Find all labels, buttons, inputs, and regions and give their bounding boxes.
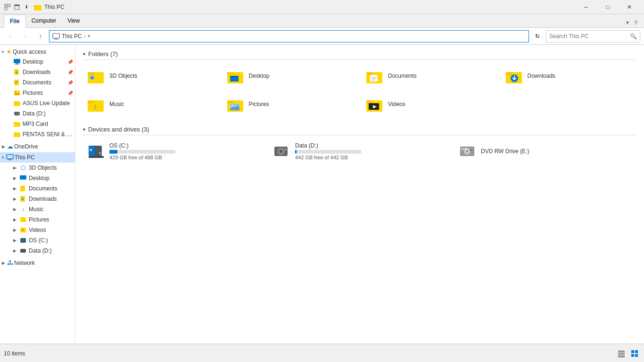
dl-pc-chevron[interactable]: ▶ bbox=[13, 197, 17, 201]
downloads-pc-label: Downloads bbox=[29, 196, 57, 202]
svg-rect-9 bbox=[54, 39, 58, 40]
desktop-pc-chevron[interactable]: ▶ bbox=[13, 176, 17, 181]
path-dropdown-chevron[interactable]: ▾ bbox=[88, 33, 91, 39]
sidebar: ▾ ★ Quick access Desktop 📌 Downloads 📌 D… bbox=[0, 45, 75, 344]
tab-file[interactable]: File bbox=[4, 15, 26, 28]
pictures-icon bbox=[13, 89, 21, 97]
folder-item-music[interactable]: ♪ Music bbox=[83, 92, 219, 116]
downloads-icon bbox=[13, 68, 21, 76]
sidebar-item-desktop-qa[interactable]: Desktop 📌 bbox=[0, 57, 75, 67]
datad-label: Data (D:) bbox=[23, 110, 46, 117]
folder-item-downloads[interactable]: Downloads bbox=[501, 64, 637, 88]
3dobjects-chevron[interactable]: ▶ bbox=[13, 165, 17, 170]
sidebar-item-pictures-qa[interactable]: Pictures 📌 bbox=[0, 88, 75, 98]
svg-rect-41 bbox=[88, 72, 94, 75]
title-bar: ⬇ This PC ─ □ ✕ bbox=[0, 0, 644, 14]
sidebar-item-videos-pc[interactable]: ▶ Videos bbox=[0, 225, 75, 235]
drive-icon-dvd: DVD bbox=[458, 142, 477, 161]
sidebar-item-mp3card[interactable]: MP3 Card bbox=[0, 119, 75, 129]
drive-item-osc[interactable]: ⊞ OS (C:) 429 GB free of 488 GB bbox=[83, 139, 265, 164]
drives-chevron[interactable]: ▾ bbox=[83, 127, 85, 132]
help-button[interactable]: ? bbox=[631, 18, 640, 27]
sidebar-item-downloads-pc[interactable]: ▶ Downloads bbox=[0, 194, 75, 204]
minimize-button[interactable]: ─ bbox=[575, 0, 597, 14]
drive-info-datad: Data (D:) 442 GB free of 442 GB bbox=[295, 142, 361, 160]
tab-computer[interactable]: Computer bbox=[26, 14, 62, 27]
tab-view[interactable]: View bbox=[62, 14, 85, 27]
title-icon-2[interactable] bbox=[13, 3, 21, 11]
network-chevron[interactable]: ▶ bbox=[2, 261, 5, 265]
sidebar-item-downloads-qa[interactable]: Downloads 📌 bbox=[0, 67, 75, 77]
maximize-button[interactable]: □ bbox=[597, 0, 619, 14]
sidebar-item-osc[interactable]: ▶ OS (C:) bbox=[0, 235, 75, 246]
items-count: 10 items bbox=[4, 350, 25, 357]
vids-chevron[interactable]: ▶ bbox=[13, 228, 17, 232]
sidebar-item-music-pc[interactable]: ▶ ♪ Music bbox=[0, 204, 75, 214]
title-icon-1[interactable] bbox=[4, 3, 11, 11]
svg-rect-28 bbox=[7, 155, 13, 159]
folder-item-desktop[interactable]: Desktop bbox=[223, 64, 358, 88]
svg-rect-22 bbox=[14, 112, 20, 115]
sidebar-item-desktop-pc[interactable]: ▶ Desktop bbox=[0, 173, 75, 183]
search-input[interactable] bbox=[549, 33, 628, 40]
ribbon-expand-btn[interactable]: ▾ bbox=[626, 19, 629, 26]
folder-icon-pictures bbox=[226, 95, 245, 114]
sidebar-section-thispc[interactable]: ▾ This PC bbox=[0, 152, 75, 163]
svg-rect-27 bbox=[14, 132, 17, 133]
folders-chevron[interactable]: ▾ bbox=[83, 51, 85, 57]
sidebar-section-onedrive[interactable]: ▶ ☁ OneDrive bbox=[0, 141, 75, 151]
svg-point-78 bbox=[285, 148, 287, 150]
sidebar-item-documents-qa[interactable]: Documents 📌 bbox=[0, 77, 75, 88]
folder-item-documents[interactable]: Documents bbox=[362, 64, 497, 88]
sidebar-item-datad-pc[interactable]: ▶ Data (D:) bbox=[0, 246, 75, 256]
view-large-icons-button[interactable] bbox=[629, 348, 640, 359]
osc-chevron[interactable]: ▶ bbox=[13, 238, 17, 243]
drive-info-dvd: DVD RW Drive (E:) bbox=[481, 148, 529, 155]
svg-rect-34 bbox=[20, 217, 26, 222]
close-button[interactable]: ✕ bbox=[619, 0, 640, 14]
sidebar-item-datad[interactable]: Data (D:) bbox=[0, 108, 75, 119]
drive-free-datad: 442 GB free of 442 GB bbox=[295, 155, 361, 160]
title-icon-3[interactable]: ⬇ bbox=[23, 3, 30, 11]
drive-label-dvd: DVD RW Drive (E:) bbox=[481, 148, 529, 155]
pics-pc-chevron[interactable]: ▶ bbox=[13, 217, 17, 222]
pin-icon-3: 📌 bbox=[67, 80, 73, 85]
sidebar-item-pictures-pc[interactable]: ▶ Pictures bbox=[0, 214, 75, 225]
onedrive-chevron[interactable]: ▶ bbox=[2, 144, 5, 149]
thispc-chevron[interactable]: ▾ bbox=[2, 155, 4, 160]
osc-icon bbox=[19, 237, 27, 244]
status-bar-right bbox=[616, 348, 640, 359]
svg-point-77 bbox=[280, 150, 282, 153]
svg-rect-25 bbox=[14, 122, 17, 123]
pentas-label: PENTAS SENI & PER bbox=[23, 131, 73, 138]
quick-access-chevron[interactable]: ▾ bbox=[2, 49, 4, 54]
svg-text:⊞: ⊞ bbox=[90, 148, 92, 151]
sidebar-item-3dobjects[interactable]: ▶ ⬡ 3D Objects bbox=[0, 163, 75, 173]
docs-pc-chevron[interactable]: ▶ bbox=[13, 186, 17, 191]
back-button[interactable]: ‹ bbox=[4, 30, 17, 43]
sidebar-item-documents-pc[interactable]: ▶ Documents bbox=[0, 183, 75, 194]
osc-label: OS (C:) bbox=[29, 237, 48, 244]
sidebar-section-quick-access[interactable]: ▾ ★ Quick access bbox=[0, 47, 75, 57]
music-chevron[interactable]: ▶ bbox=[13, 207, 17, 212]
drive-item-dvd[interactable]: DVD DVD RW Drive (E:) bbox=[454, 139, 636, 164]
folder-item-videos[interactable]: Videos bbox=[362, 92, 497, 116]
datad-pc-chevron[interactable]: ▶ bbox=[13, 248, 17, 253]
sidebar-section-network[interactable]: ▶ 🖧 Network bbox=[0, 258, 75, 268]
view-details-button[interactable] bbox=[616, 348, 627, 359]
up-button[interactable]: ↑ bbox=[34, 30, 47, 43]
documents-icon bbox=[13, 79, 21, 86]
drive-bar-container-datad bbox=[295, 150, 361, 154]
folder-item-pictures[interactable]: Pictures bbox=[223, 92, 358, 116]
datad-pc-label: Data (D:) bbox=[29, 247, 52, 254]
address-path[interactable]: This PC › ▾ bbox=[49, 30, 529, 42]
forward-button[interactable]: › bbox=[19, 30, 32, 43]
folder-item-3dobjects[interactable]: 3D Objects bbox=[83, 64, 219, 88]
pics-pc-icon bbox=[19, 216, 27, 223]
svg-rect-11 bbox=[16, 63, 18, 64]
sidebar-item-pentas[interactable]: PENTAS SENI & PER bbox=[0, 129, 75, 140]
drive-item-datad[interactable]: Data (D:) 442 GB free of 442 GB bbox=[269, 139, 451, 164]
svg-point-82 bbox=[466, 150, 468, 152]
refresh-button[interactable]: ↻ bbox=[531, 30, 544, 43]
sidebar-item-asus[interactable]: ASUS Live Update bbox=[0, 98, 75, 108]
